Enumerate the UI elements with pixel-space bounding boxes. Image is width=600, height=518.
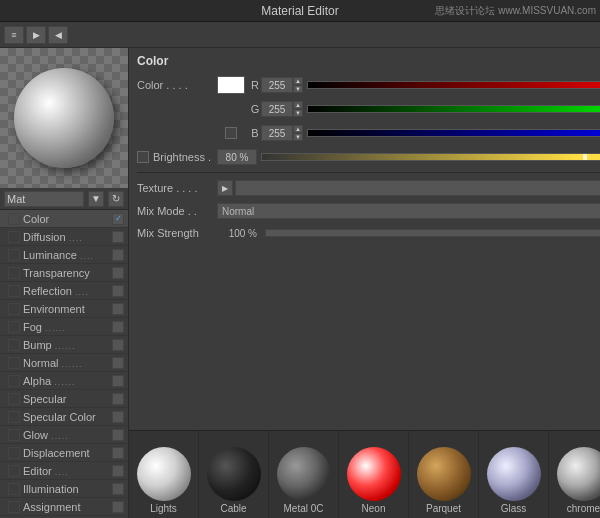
g-spin-up[interactable]: ▲: [293, 101, 303, 109]
thumb-item-chrome[interactable]: chrome: [549, 431, 600, 518]
prop-check-displacement[interactable]: [112, 447, 124, 459]
prop-item-fog[interactable]: Fog ......: [0, 318, 128, 336]
mat-action-btn[interactable]: ↻: [108, 191, 124, 207]
thumb-item-neon[interactable]: Neon: [339, 431, 409, 518]
prop-item-illumination[interactable]: Illumination: [0, 480, 128, 498]
b-spin[interactable]: ▲ ▼: [293, 125, 303, 141]
g-value[interactable]: 255: [261, 101, 293, 117]
prop-enable-diffusion[interactable]: [8, 231, 20, 243]
prop-item-glow[interactable]: Glow .....: [0, 426, 128, 444]
brightness-value[interactable]: 80 %: [217, 149, 257, 165]
r-slider[interactable]: [307, 78, 600, 92]
prop-check-fog[interactable]: [112, 321, 124, 333]
prop-label-diffusion: Diffusion ....: [23, 231, 110, 243]
prop-enable-glow[interactable]: [8, 429, 20, 441]
b-spin-down[interactable]: ▼: [293, 133, 303, 141]
mix-mode-value: Normal: [222, 206, 254, 217]
prop-enable-normal[interactable]: [8, 357, 20, 369]
prop-enable-displacement[interactable]: [8, 447, 20, 459]
thumb-label-lights: Lights: [150, 503, 177, 514]
mix-mode-dropdown[interactable]: Normal ▼: [217, 203, 600, 219]
prop-enable-environment[interactable]: [8, 303, 20, 315]
brightness-slider[interactable]: [261, 150, 600, 164]
preview-sphere: [14, 68, 114, 168]
prop-enable-editor[interactable]: [8, 465, 20, 477]
color-section: Color Color . . . . R 255 ▲ ▼: [129, 48, 600, 249]
texture-arrow-btn[interactable]: ▶: [217, 180, 233, 196]
thumb-item-parquet[interactable]: Parquet: [409, 431, 479, 518]
prop-item-specular-color[interactable]: Specular Color: [0, 408, 128, 426]
prop-check-transparency[interactable]: [112, 267, 124, 279]
r-value[interactable]: 255: [261, 77, 293, 93]
b-value[interactable]: 255: [261, 125, 293, 141]
prop-item-editor[interactable]: Editor ....: [0, 462, 128, 480]
prop-item-transparency[interactable]: Transparency: [0, 264, 128, 282]
color-swatch[interactable]: [217, 76, 245, 94]
prop-enable-fog[interactable]: [8, 321, 20, 333]
r-spin-down[interactable]: ▼: [293, 85, 303, 93]
prop-check-illumination[interactable]: [112, 483, 124, 495]
prop-enable-illumination[interactable]: [8, 483, 20, 495]
mix-strength-label: Mix Strength: [137, 227, 217, 239]
prop-item-alpha[interactable]: Alpha ......: [0, 372, 128, 390]
prop-check-assignment[interactable]: [112, 501, 124, 513]
prop-check-specular[interactable]: [112, 393, 124, 405]
b-checkbox[interactable]: [225, 127, 237, 139]
mix-strength-row: Mix Strength 100 %: [137, 223, 600, 243]
toolbar-btn-3[interactable]: ◀: [48, 26, 68, 44]
prop-check-editor[interactable]: [112, 465, 124, 477]
prop-check-environment[interactable]: [112, 303, 124, 315]
thumb-label-metal: Metal 0C: [283, 503, 323, 514]
toolbar-btn-1[interactable]: ≡: [4, 26, 24, 44]
prop-check-specular-color[interactable]: [112, 411, 124, 423]
prop-item-reflection[interactable]: Reflection ....: [0, 282, 128, 300]
prop-item-diffusion[interactable]: Diffusion ....: [0, 228, 128, 246]
prop-enable-bump[interactable]: [8, 339, 20, 351]
b-spin-up[interactable]: ▲: [293, 125, 303, 133]
prop-enable-alpha[interactable]: [8, 375, 20, 387]
thumb-item-glass[interactable]: Glass: [479, 431, 549, 518]
prop-enable-assignment[interactable]: [8, 501, 20, 513]
prop-enable-transparency[interactable]: [8, 267, 20, 279]
prop-item-bump[interactable]: Bump ......: [0, 336, 128, 354]
brightness-label: Brightness .: [153, 151, 211, 163]
thumb-item-metal[interactable]: Metal 0C: [269, 431, 339, 518]
thumb-sphere-chrome: [557, 447, 601, 501]
prop-item-luminance[interactable]: Luminance ....: [0, 246, 128, 264]
prop-check-normal[interactable]: [112, 357, 124, 369]
prop-enable-reflection[interactable]: [8, 285, 20, 297]
prop-check-reflection[interactable]: [112, 285, 124, 297]
prop-check-glow[interactable]: [112, 429, 124, 441]
prop-enable-color[interactable]: [8, 213, 20, 225]
g-spin[interactable]: ▲ ▼: [293, 101, 303, 117]
prop-item-specular[interactable]: Specular: [0, 390, 128, 408]
prop-item-normal[interactable]: Normal ......: [0, 354, 128, 372]
mat-name-input[interactable]: [4, 191, 84, 207]
prop-check-alpha[interactable]: [112, 375, 124, 387]
prop-check-diffusion[interactable]: [112, 231, 124, 243]
prop-item-displacement[interactable]: Displacement: [0, 444, 128, 462]
thumb-item-cable[interactable]: Cable: [199, 431, 269, 518]
mix-mode-row: Mix Mode . . Normal ▼: [137, 201, 600, 221]
toolbar-btn-2[interactable]: ▶: [26, 26, 46, 44]
prop-enable-specular-color[interactable]: [8, 411, 20, 423]
prop-check-luminance[interactable]: [112, 249, 124, 261]
prop-enable-specular[interactable]: [8, 393, 20, 405]
prop-item-color[interactable]: Color ✓: [0, 210, 128, 228]
prop-label-illumination: Illumination: [23, 483, 110, 495]
prop-item-assignment[interactable]: Assignment: [0, 498, 128, 516]
mat-options-btn[interactable]: ▼: [88, 191, 104, 207]
g-spin-down[interactable]: ▼: [293, 109, 303, 117]
prop-enable-luminance[interactable]: [8, 249, 20, 261]
prop-check-bump[interactable]: [112, 339, 124, 351]
r-spin-up[interactable]: ▲: [293, 77, 303, 85]
mix-strength-bar[interactable]: [265, 229, 600, 237]
prop-check-color[interactable]: ✓: [112, 213, 124, 225]
b-slider[interactable]: [307, 126, 600, 140]
r-spin[interactable]: ▲ ▼: [293, 77, 303, 93]
thumb-item-lights[interactable]: Lights: [129, 431, 199, 518]
prop-item-environment[interactable]: Environment: [0, 300, 128, 318]
brightness-checkbox[interactable]: [137, 151, 149, 163]
g-slider[interactable]: [307, 102, 600, 116]
thumb-sphere-cable: [207, 447, 261, 501]
